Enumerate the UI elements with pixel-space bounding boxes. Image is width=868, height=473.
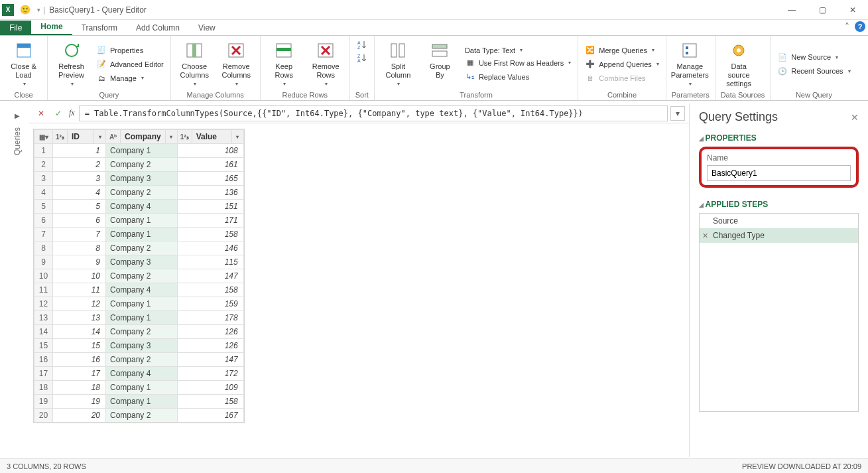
help-icon[interactable]: ? [855,21,865,32]
cell-company[interactable]: Company 1 [106,228,178,241]
cell-id[interactable]: 13 [53,311,106,325]
cell-id[interactable]: 1 [53,144,106,158]
minimize-button[interactable]: — [776,0,807,20]
row-number[interactable]: 1 [34,144,53,158]
cell-company[interactable]: Company 1 [106,144,178,158]
cell-company[interactable]: Company 1 [106,395,178,409]
merge-queries-button[interactable]: 🔀Merge Queries [584,44,660,56]
choose-columns-button[interactable]: Choose Columns [176,38,213,90]
cell-value[interactable]: 178 [177,311,243,325]
cell-company[interactable]: Company 2 [106,269,178,283]
collapse-ribbon-icon[interactable]: ˄ [845,21,849,32]
cell-id[interactable]: 14 [53,325,106,339]
table-row[interactable]: 8 8 Company 2 146 [34,241,244,255]
row-number[interactable]: 2 [34,158,53,172]
formula-input[interactable] [79,105,668,121]
cell-value[interactable]: 147 [177,353,243,367]
queries-label[interactable]: Queries [13,127,22,155]
tab-transform[interactable]: Transform [72,21,127,35]
remove-rows-button[interactable]: Remove Rows [308,38,344,90]
cell-id[interactable]: 7 [53,228,106,241]
cell-id[interactable]: 20 [53,409,106,423]
applied-steps-header[interactable]: APPLIED STEPS [699,200,859,209]
row-number[interactable]: 10 [34,269,53,283]
table-row[interactable]: 7 7 Company 1 158 [34,228,244,241]
cell-value[interactable]: 172 [177,367,243,381]
delete-step-icon[interactable]: ✕ [702,232,708,240]
remove-columns-button[interactable]: Remove Columns [218,38,255,90]
table-row[interactable]: 1 1 Company 1 108 [34,144,244,158]
cell-id[interactable]: 18 [53,381,106,395]
properties-section-header[interactable]: PROPERTIES [699,133,859,143]
cell-id[interactable]: 12 [53,297,106,311]
refresh-preview-button[interactable]: Refresh Preview [53,38,90,90]
tab-home[interactable]: Home [31,19,72,35]
applied-step[interactable]: Source [700,214,858,228]
filter-dropdown-icon[interactable]: ▾ [93,130,105,143]
table-row[interactable]: 4 4 Company 2 136 [34,186,244,200]
cell-company[interactable]: Company 3 [106,339,178,353]
tab-file[interactable]: File [0,21,31,35]
cell-id[interactable]: 16 [53,353,106,367]
row-number[interactable]: 9 [34,255,53,269]
table-row[interactable]: 5 5 Company 4 151 [34,200,244,214]
row-number[interactable]: 6 [34,214,53,228]
cell-id[interactable]: 6 [53,214,106,228]
filter-dropdown-icon[interactable]: ▾ [165,130,177,143]
table-row[interactable]: 20 20 Company 2 167 [34,409,244,423]
append-queries-button[interactable]: ➕Append Queries [584,58,660,70]
row-number[interactable]: 3 [34,172,53,186]
cell-value[interactable]: 151 [177,200,243,214]
table-row[interactable]: 12 12 Company 1 159 [34,297,244,311]
cell-id[interactable]: 15 [53,339,106,353]
cell-value[interactable]: 158 [177,228,243,241]
cell-company[interactable]: Company 2 [106,409,178,423]
cell-value[interactable]: 147 [177,269,243,283]
cell-company[interactable]: Company 3 [106,255,178,269]
table-row[interactable]: 13 13 Company 1 178 [34,311,244,325]
close-window-button[interactable]: ✕ [837,0,868,20]
table-corner-button[interactable]: ▦▾ [34,130,53,144]
cell-value[interactable]: 158 [177,395,243,409]
cell-id[interactable]: 3 [53,172,106,186]
row-number[interactable]: 7 [34,228,53,241]
cell-value[interactable]: 115 [177,255,243,269]
cell-id[interactable]: 19 [53,395,106,409]
row-number[interactable]: 5 [34,200,53,214]
filter-dropdown-icon[interactable]: ▾ [231,130,243,143]
query-name-input[interactable] [707,165,851,181]
qat-dropdown-icon[interactable]: ▾ [37,7,40,13]
cell-id[interactable]: 2 [53,158,106,172]
table-row[interactable]: 9 9 Company 3 115 [34,255,244,269]
row-number[interactable]: 18 [34,381,53,395]
cell-id[interactable]: 8 [53,241,106,255]
table-row[interactable]: 17 17 Company 4 172 [34,367,244,381]
sort-asc-button[interactable]: AZ [355,38,369,50]
manage-parameters-button[interactable]: Manage Parameters [672,38,708,90]
split-column-button[interactable]: Split Column [380,38,416,90]
cell-company[interactable]: Company 1 [106,297,178,311]
data-type-button[interactable]: Data Type: Text [464,46,572,55]
row-number[interactable]: 17 [34,367,53,381]
column-header-id[interactable]: 1²₃ID▾ [53,130,106,144]
cell-id[interactable]: 17 [53,367,106,381]
row-number[interactable]: 20 [34,409,53,423]
formula-dropdown-icon[interactable]: ▾ [670,106,685,121]
cell-value[interactable]: 159 [177,297,243,311]
advanced-editor-button[interactable]: 📝Advanced Editor [95,58,165,70]
cell-company[interactable]: Company 2 [106,241,178,255]
cell-company[interactable]: Company 1 [106,311,178,325]
cell-id[interactable]: 9 [53,255,106,269]
table-row[interactable]: 3 3 Company 3 165 [34,172,244,186]
cell-company[interactable]: Company 4 [106,283,178,297]
column-header-value[interactable]: 1²₃Value▾ [177,130,243,144]
smiley-icon[interactable]: 🙂 [20,5,31,15]
table-row[interactable]: 11 11 Company 4 158 [34,283,244,297]
close-settings-button[interactable]: ✕ [851,112,859,123]
cell-value[interactable]: 167 [177,409,243,423]
replace-values-button[interactable]: ↳₂Replace Values [464,71,572,83]
cell-value[interactable]: 171 [177,214,243,228]
cell-value[interactable]: 146 [177,241,243,255]
table-row[interactable]: 19 19 Company 1 158 [34,395,244,409]
use-first-row-headers-button[interactable]: ▦Use First Row as Headers [464,57,572,69]
